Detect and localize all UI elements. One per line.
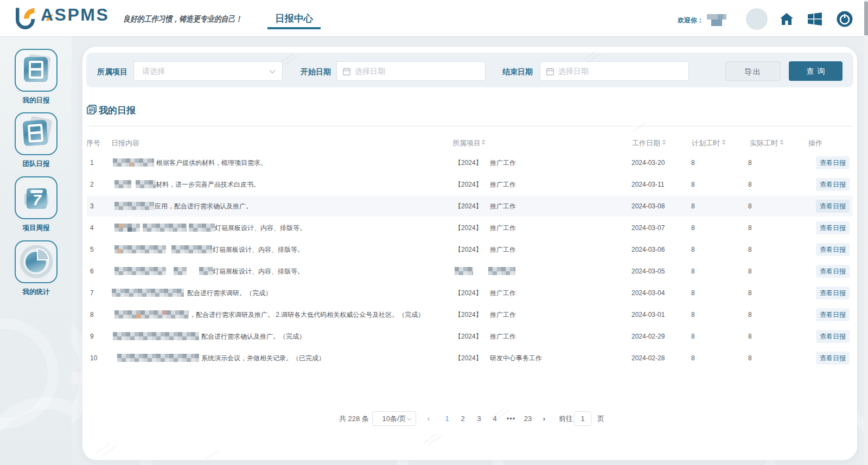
svg-text:7: 7 bbox=[33, 192, 42, 208]
